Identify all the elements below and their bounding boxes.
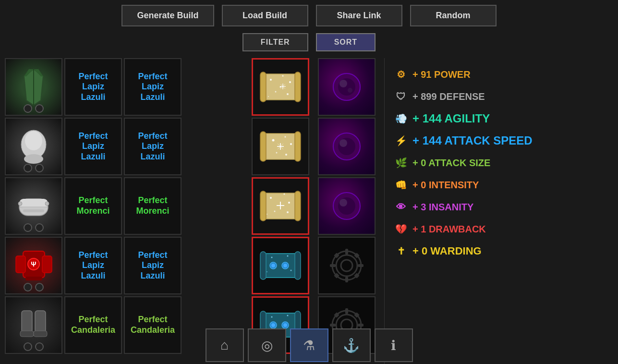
equip-dot-4a [24,283,32,291]
equip-row-4: Ψ PerfectLapizLazuli PerfectLapizLazuli [5,237,245,294]
svg-point-28 [289,81,291,83]
drawback-icon: 💔 [394,222,408,236]
svg-point-65 [267,214,267,215]
scroll-cell-4b[interactable] [318,237,376,294]
svg-rect-86 [345,277,348,282]
svg-point-29 [275,91,277,93]
svg-point-49 [285,154,287,156]
svg-point-63 [274,211,276,212]
svg-point-80 [291,270,292,271]
svg-rect-105 [345,308,348,314]
equip-slot-mask[interactable] [5,177,62,235]
svg-point-99 [283,323,287,327]
svg-point-79 [287,255,289,257]
scroll-cell-2b[interactable] [318,118,376,175]
equip-dot-5b [35,342,44,351]
scroll-cell-4a[interactable] [252,237,309,294]
gem-cell-3b[interactable]: PerfectMorenci [124,177,182,235]
equip-dots-4 [24,283,44,291]
svg-point-5 [24,154,43,164]
load-build-button[interactable]: Load Build [222,5,308,26]
svg-point-100 [271,316,273,318]
svg-point-61 [284,194,285,195]
gem-label-1a: PerfectLapizLazuli [78,72,108,103]
svg-rect-24 [260,72,266,102]
share-link-button[interactable]: Share Link [316,5,402,26]
svg-point-27 [282,75,284,77]
equip-dot-5a [24,342,32,351]
scroll-grid [252,58,382,354]
scroll-cell-1b[interactable] [318,58,376,116]
svg-rect-43 [260,132,266,161]
stat-row-defense: 🛡 + 899 DEFENSE [394,90,608,103]
filter-button[interactable]: FILTER [242,33,308,51]
gem-cell-4b[interactable]: PerfectLapizLazuli [124,237,182,294]
stat-row-attack-size: 🌿 + 0 ATTACK SIZE [394,156,608,170]
svg-rect-20 [35,311,46,332]
svg-rect-10 [23,209,44,212]
scroll-cell-3a[interactable] [252,177,309,235]
gem-cell-2a[interactable]: PerfectLapizLazuli [64,118,122,175]
equip-slot-white-cloth[interactable] [5,118,62,175]
svg-rect-58 [260,191,266,221]
agility-icon: 💨 [394,112,408,125]
nav-ship-button[interactable]: ⚓ [332,328,371,362]
warding-icon: ✝ [394,244,408,258]
svg-rect-21 [20,331,34,337]
nav-flask-button[interactable]: ⚗ [290,328,328,362]
equip-slot-red-armor[interactable]: Ψ [5,237,62,294]
equip-slot-green-cloth[interactable] [5,58,62,116]
svg-point-83 [336,255,357,276]
svg-rect-25 [295,72,301,102]
svg-point-48 [276,152,278,154]
sort-button[interactable]: SORT [316,33,376,51]
svg-point-56 [339,139,347,147]
nav-home-button[interactable]: ⌂ [206,328,244,362]
gem-cell-2b[interactable]: PerfectLapizLazuli [124,118,182,175]
gem-cell-5b[interactable]: PerfectCandaleria [124,296,182,354]
svg-point-75 [271,264,275,267]
svg-rect-71 [264,254,297,278]
gem-label-5a: PerfectCandaleria [71,315,115,335]
svg-point-6 [25,131,42,150]
attack-speed-value: + 144 ATTACK SPEED [412,134,533,147]
svg-point-62 [288,202,290,204]
equip-dots-5 [24,342,44,351]
random-button[interactable]: Random [410,5,497,26]
gem-cell-5a[interactable]: PerfectCandaleria [64,296,122,354]
gem-cell-1a[interactable]: PerfectLapizLazuli [64,58,122,116]
gem-label-5b: PerfectCandaleria [131,315,175,335]
insanity-value: + 3 INSANITY [412,202,473,213]
scroll-cell-2a[interactable] [252,118,309,175]
equip-slot-boots[interactable] [5,296,62,354]
drawback-value: + 1 DRAWBACK [412,224,486,235]
gem-cell-3a[interactable]: PerfectMorenci [64,177,122,235]
svg-point-77 [283,264,287,267]
svg-point-31 [268,96,269,97]
stat-row-power: ⚙ + 91 POWER [394,68,608,81]
intensity-icon: 👊 [394,178,408,192]
svg-point-70 [339,199,347,206]
defense-value: + 899 DEFENSE [412,91,485,102]
ship-icon: ⚓ [343,338,360,353]
nav-info-button[interactable]: ℹ [375,328,413,362]
gem-cell-4a[interactable]: PerfectLapizLazuli [64,237,122,294]
svg-rect-85 [345,249,348,255]
svg-point-101 [287,315,289,316]
scroll-cell-3b[interactable] [318,177,376,235]
equip-row-1: PerfectLapizLazuli PerfectLapizLazuli [5,58,245,116]
svg-rect-14 [16,256,25,273]
nav-target-button[interactable]: ◎ [248,328,286,362]
generate-build-button[interactable]: Generate Build [121,5,214,26]
defense-icon: 🛡 [394,90,408,103]
svg-text:Ψ: Ψ [31,260,36,268]
gem-label-2b: PerfectLapizLazuli [138,131,167,162]
svg-point-64 [287,211,289,213]
svg-rect-19 [22,311,32,332]
equip-dot-3b [35,223,44,232]
gem-label-3a: PerfectMorenci [76,195,109,216]
top-buttons-bar: Generate Build Load Build Share Link Ran… [0,0,618,33]
gem-cell-1b[interactable]: PerfectLapizLazuli [124,58,182,116]
scroll-cell-1a[interactable] [252,58,309,116]
svg-point-11 [18,202,22,206]
